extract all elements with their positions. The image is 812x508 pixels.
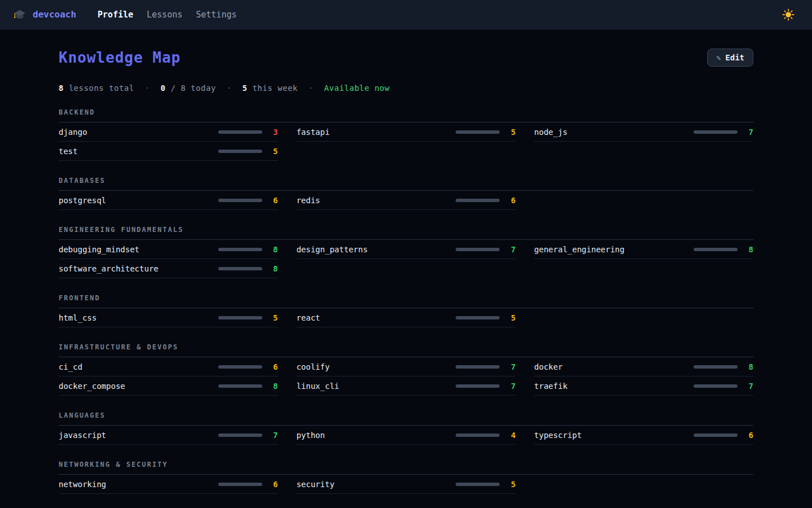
section-title: ENGINEERING FUNDAMENTALS	[59, 226, 753, 240]
stats-separator: ·	[227, 84, 232, 93]
skill-progress-bar	[218, 150, 262, 153]
skill-row[interactable]: docker 8	[534, 357, 753, 376]
skill-score: 5	[267, 147, 278, 156]
nav-item-settings[interactable]: Settings	[189, 6, 244, 23]
skill-progress-bar	[218, 316, 262, 319]
skill-progress-bar	[218, 384, 262, 388]
skill-progress-bar	[456, 384, 500, 388]
skill-section: ENGINEERING FUNDAMENTALS debugging_minds…	[59, 226, 753, 278]
skill-row[interactable]: ci_cd 6	[59, 357, 278, 376]
skill-row[interactable]: general_engineering 8	[534, 240, 753, 259]
skill-row[interactable]: networking 6	[59, 475, 278, 494]
skill-name: python	[297, 431, 325, 440]
skill-score: 7	[504, 362, 515, 371]
section-title: FRONTEND	[59, 294, 753, 308]
edit-button[interactable]: ✎ Edit	[707, 49, 753, 67]
edit-button-label: Edit	[725, 53, 744, 62]
skill-row[interactable]: test 5	[59, 142, 278, 161]
skill-row[interactable]: redis 6	[297, 191, 516, 210]
skill-name: networking	[59, 480, 106, 489]
skill-section: BACKEND django 3 fastapi 5 node_js 7 tes…	[59, 108, 753, 161]
skill-progress-bar	[456, 248, 500, 251]
skill-score: 5	[504, 128, 515, 137]
skill-score: 8	[267, 245, 278, 254]
skill-grid: postgresql 6 redis 6	[59, 191, 753, 210]
skill-progress-bar	[456, 433, 500, 437]
skill-progress-bar	[218, 248, 262, 251]
skill-name: typescript	[534, 431, 581, 440]
skill-score: 6	[267, 480, 278, 489]
skill-name: debugging_mindset	[59, 245, 139, 254]
skill-row[interactable]: postgresql 6	[59, 191, 278, 210]
skill-row[interactable]: django 3	[59, 122, 278, 142]
skill-row[interactable]: security 5	[297, 475, 516, 494]
skill-grid: html_css 5 react 5	[59, 308, 753, 327]
theme-toggle-sun-icon[interactable]	[778, 5, 798, 25]
knowledge-map-sections: BACKEND django 3 fastapi 5 node_js 7 tes…	[59, 108, 753, 508]
skill-name: docker_compose	[59, 382, 125, 391]
stats-separator: ·	[145, 84, 150, 93]
skill-progress-bar	[456, 365, 500, 369]
skill-score: 7	[504, 382, 515, 391]
skill-name: coolify	[297, 362, 330, 371]
section-title: NETWORKING & SECURITY	[59, 461, 753, 475]
today-label: / 8 today	[171, 84, 216, 93]
skill-row[interactable]: typescript 6	[534, 426, 753, 445]
nav-item-profile[interactable]: Profile	[91, 6, 140, 23]
week-value: 5	[242, 84, 248, 93]
skill-grid: javascript 7 python 4 typescript 6	[59, 426, 753, 445]
skill-row[interactable]: node_js 7	[534, 122, 753, 142]
skill-score: 7	[504, 245, 515, 254]
skill-score: 6	[504, 196, 515, 205]
skill-name: docker	[534, 362, 563, 371]
skill-row[interactable]: coolify 7	[297, 357, 516, 376]
skill-progress-bar	[218, 433, 262, 437]
skill-score: 4	[504, 431, 515, 440]
today-done-value: 0	[161, 84, 166, 93]
skill-row[interactable]: python 4	[297, 426, 516, 445]
skill-row[interactable]: software_architecture 8	[59, 259, 278, 278]
skill-score: 5	[504, 480, 515, 489]
skill-row[interactable]: docker_compose 8	[59, 376, 278, 396]
graduation-cap-icon	[14, 9, 26, 20]
skill-name: security	[297, 480, 334, 489]
skill-row[interactable]: javascript 7	[59, 426, 278, 445]
skill-name: django	[59, 128, 87, 137]
section-title: LANGUAGES	[59, 411, 753, 426]
skill-grid: django 3 fastapi 5 node_js 7 test 5	[59, 122, 753, 161]
skill-progress-bar	[218, 130, 262, 134]
skill-name: javascript	[59, 431, 106, 440]
skill-name: fastapi	[297, 128, 330, 137]
skill-progress-bar	[694, 384, 738, 388]
skill-progress-bar	[456, 130, 500, 134]
available-now-status: Available now	[324, 84, 390, 93]
skill-section: LANGUAGES javascript 7 python 4 typescri…	[59, 411, 753, 445]
skill-name: postgresql	[59, 196, 106, 205]
brand-name[interactable]: devcoach	[33, 9, 76, 20]
skill-row[interactable]: fastapi 5	[297, 122, 516, 142]
week-label: this week	[253, 84, 298, 93]
skill-name: redis	[297, 196, 320, 205]
skill-score: 5	[504, 313, 515, 322]
skill-name: software_architecture	[59, 264, 158, 273]
skill-score: 7	[267, 431, 278, 440]
skill-progress-bar	[218, 199, 262, 202]
skill-grid: ci_cd 6 coolify 7 docker 8 docker_compos…	[59, 357, 753, 396]
skill-row[interactable]: linux_cli 7	[297, 376, 516, 396]
stats-summary: 8 lessons total · 0 / 8 today · 5 this w…	[59, 84, 753, 93]
skill-row[interactable]: react 5	[297, 308, 516, 327]
skill-row[interactable]: design_patterns 7	[297, 240, 516, 259]
skill-row[interactable]: debugging_mindset 8	[59, 240, 278, 259]
nav-item-lessons[interactable]: Lessons	[140, 6, 189, 23]
skill-score: 5	[267, 313, 278, 322]
skill-grid: debugging_mindset 8 design_patterns 7 ge…	[59, 240, 753, 278]
skill-progress-bar	[694, 433, 738, 437]
skill-row[interactable]: traefik 7	[534, 376, 753, 396]
skill-name: ci_cd	[59, 362, 82, 371]
skill-row[interactable]: html_css 5	[59, 308, 278, 327]
skill-score: 8	[742, 245, 753, 254]
skill-section: FRONTEND html_css 5 react 5	[59, 294, 753, 327]
skill-progress-bar	[218, 483, 262, 486]
skill-name: react	[297, 313, 320, 322]
skill-progress-bar	[456, 483, 500, 486]
